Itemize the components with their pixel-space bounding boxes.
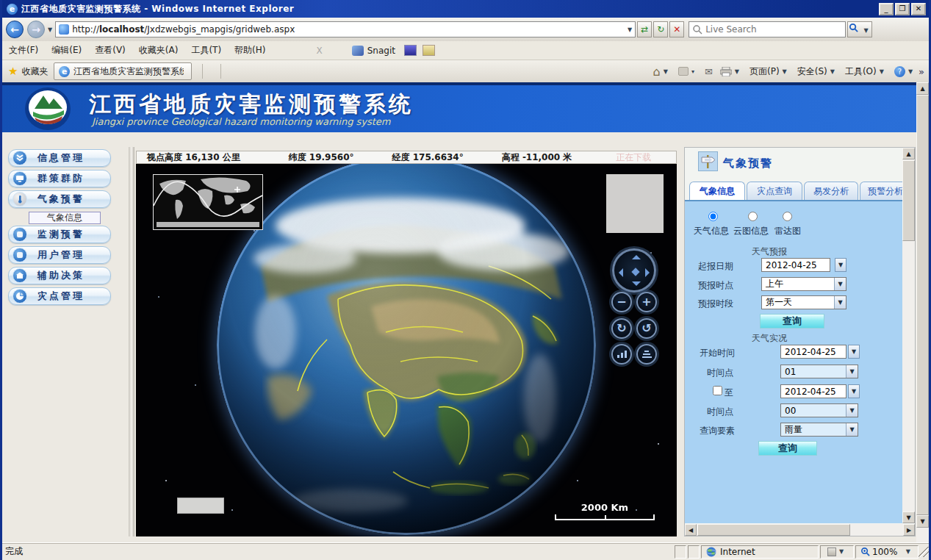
panel-scroll-left-icon[interactable]: ◀ xyxy=(685,524,697,536)
sidebar-item-decision-support[interactable]: 辅助决策 xyxy=(8,267,111,284)
forward-button[interactable]: → xyxy=(27,21,45,38)
home-dropdown-icon[interactable]: ▼ xyxy=(661,68,671,75)
print-dropdown-icon[interactable]: ▼ xyxy=(732,68,742,75)
protected-mode-cell[interactable]: ▼ xyxy=(820,545,854,559)
sidebar-item-user-management[interactable]: 用户管理 xyxy=(8,246,111,264)
panel-hscrollbar[interactable]: ◀ ▶ xyxy=(685,524,915,536)
snagit-profile-icon[interactable] xyxy=(423,45,435,56)
radio-weather-info[interactable] xyxy=(708,212,718,221)
snagit-button[interactable]: Snagit xyxy=(352,46,395,56)
zoom-out-button[interactable]: − xyxy=(611,292,632,312)
browser-tab[interactable]: e 江西省地质灾害监测预警系统 xyxy=(54,62,192,80)
zoom-cell[interactable]: 100% ▼ xyxy=(855,545,919,559)
zoom-dropdown-icon[interactable]: ▼ xyxy=(903,548,913,555)
forecast-time-select[interactable]: 上午▼ xyxy=(761,277,846,291)
forecast-query-button[interactable]: 查询 xyxy=(760,314,824,329)
tab-susceptibility-analysis[interactable]: 易发分析 xyxy=(804,182,858,200)
feeds-button[interactable]: ▾ xyxy=(678,67,697,76)
read-mail-button[interactable]: ✉ xyxy=(705,66,713,77)
safety-menu-button[interactable]: 安全(S)▼ xyxy=(797,65,838,78)
back-button[interactable]: ← xyxy=(6,21,24,38)
query-element-select[interactable]: 雨量▼ xyxy=(780,423,858,437)
address-input[interactable]: http://localhost/Jxdzwebgis_mapgis/gridw… xyxy=(55,21,636,37)
page-vscrollbar[interactable]: ▲ ▼ xyxy=(916,82,929,542)
overflow-chevron[interactable]: » xyxy=(919,66,924,77)
sidebar-item-group-prevention[interactable]: 群策群防 xyxy=(8,170,111,187)
favorites-button[interactable]: 收藏夹 xyxy=(21,65,48,78)
history-dropdown-icon[interactable]: ▼ xyxy=(45,26,55,33)
pan-control[interactable] xyxy=(612,248,656,292)
restore-button[interactable]: ❐ xyxy=(895,3,910,15)
help-button[interactable]: ?▼ xyxy=(894,66,916,77)
radio-label-weather[interactable]: 天气信息 xyxy=(694,225,729,237)
globe-viewport[interactable]: − + ↻ ↺ 2000 Km xyxy=(136,164,677,536)
tilt-up-button[interactable] xyxy=(611,344,632,365)
page-scroll-down-icon[interactable]: ▼ xyxy=(916,515,929,528)
home-button[interactable]: ⌂▼ xyxy=(653,65,671,79)
earth-globe[interactable] xyxy=(217,164,596,535)
rotate-ccw-button[interactable]: ↺ xyxy=(636,318,657,339)
refresh-button[interactable]: ↻ xyxy=(653,21,668,37)
sidebar-item-monitoring-warning[interactable]: 监测预警 xyxy=(8,226,111,243)
pan-up-icon[interactable] xyxy=(632,255,641,259)
stop-button[interactable]: ✕ xyxy=(669,21,684,37)
pan-center-icon[interactable] xyxy=(631,268,639,276)
radio-label-cloud[interactable]: 云图信息 xyxy=(733,225,769,237)
start-date-value[interactable]: 2012-04-25 xyxy=(780,345,846,359)
until-checkbox[interactable] xyxy=(713,386,722,395)
tilt-down-button[interactable] xyxy=(636,344,657,365)
close-button[interactable]: ✕ xyxy=(911,3,926,15)
overview-map[interactable] xyxy=(153,174,263,230)
menu-view[interactable]: 查看(V) xyxy=(88,42,132,59)
until-date-dropdown-icon[interactable]: ▼ xyxy=(848,384,860,398)
resize-grip[interactable] xyxy=(919,547,929,557)
minimize-button[interactable]: _ xyxy=(879,3,894,15)
radio-radar-image[interactable] xyxy=(783,212,792,221)
radio-label-radar[interactable]: 雷达图 xyxy=(774,225,801,237)
menu-edit[interactable]: 编辑(E) xyxy=(45,42,88,59)
forecast-date-dropdown-icon[interactable]: ▼ xyxy=(835,258,846,272)
page-menu-button[interactable]: 页面(P)▼ xyxy=(750,65,790,78)
menu-help[interactable]: 帮助(H) xyxy=(228,42,272,59)
radio-cloud-image[interactable] xyxy=(748,212,758,221)
address-dropdown-icon[interactable]: ▼ xyxy=(625,26,635,33)
until-date-value[interactable]: 2012-04-25 xyxy=(780,384,846,398)
sidebar-subitem-weather-info[interactable]: 气象信息 xyxy=(29,212,101,224)
snagit-capture-icon[interactable] xyxy=(404,45,417,56)
search-input[interactable] xyxy=(705,24,845,35)
panel-scroll-down-icon[interactable]: ▼ xyxy=(902,511,915,523)
menu-file[interactable]: 文件(F) xyxy=(2,42,45,59)
panel-scroll-right-icon[interactable]: ▶ xyxy=(903,524,915,536)
panel-scroll-up-icon[interactable]: ▲ xyxy=(902,148,915,159)
time-point-select[interactable]: 01▼ xyxy=(780,365,858,378)
sidebar-item-info-management[interactable]: 信息管理 xyxy=(8,149,111,167)
forecast-period-select[interactable]: 第一天▼ xyxy=(761,295,846,309)
sidebar-item-hazard-management[interactable]: 灾点管理 xyxy=(8,287,111,305)
protected-dropdown-icon[interactable]: ▼ xyxy=(836,548,846,555)
time-point2-select[interactable]: 00▼ xyxy=(780,403,858,417)
pan-left-icon[interactable] xyxy=(619,268,623,277)
print-button[interactable]: ▼ xyxy=(720,67,742,76)
panel-vscrollbar[interactable]: ▲ ▼ xyxy=(902,148,915,523)
menu-favorites[interactable]: 收藏夹(A) xyxy=(132,42,185,59)
tools-menu-button[interactable]: 工具(O)▼ xyxy=(845,65,887,78)
pan-down-icon[interactable] xyxy=(632,281,641,286)
search-options-icon[interactable]: ▼ xyxy=(860,27,871,34)
tab-hazard-query[interactable]: 灾点查询 xyxy=(747,182,802,200)
compatibility-button[interactable]: ⇄ xyxy=(637,21,652,37)
panel-vscroll-thumb[interactable] xyxy=(902,160,915,241)
menu-tools[interactable]: 工具(T) xyxy=(184,42,228,59)
zoom-in-button[interactable]: + xyxy=(636,292,657,312)
sidebar-item-weather-warning[interactable]: 气象预警 xyxy=(8,190,111,208)
live-query-button[interactable]: 查询 xyxy=(758,441,817,456)
start-date-dropdown-icon[interactable]: ▼ xyxy=(848,345,860,359)
page-scroll-up-icon[interactable]: ▲ xyxy=(916,82,929,95)
forecast-date-value[interactable]: 2012-04-25 xyxy=(761,258,830,272)
sidebar-splitter[interactable] xyxy=(129,147,134,536)
page-vscroll-thumb[interactable] xyxy=(916,95,929,515)
feeds-dropdown-icon[interactable]: ▾ xyxy=(689,68,697,75)
pan-right-icon[interactable] xyxy=(645,268,650,277)
tab-weather-info[interactable]: 气象信息 xyxy=(689,182,745,200)
search-box[interactable] xyxy=(689,21,846,37)
run-search-button[interactable]: ▼ xyxy=(847,21,872,37)
